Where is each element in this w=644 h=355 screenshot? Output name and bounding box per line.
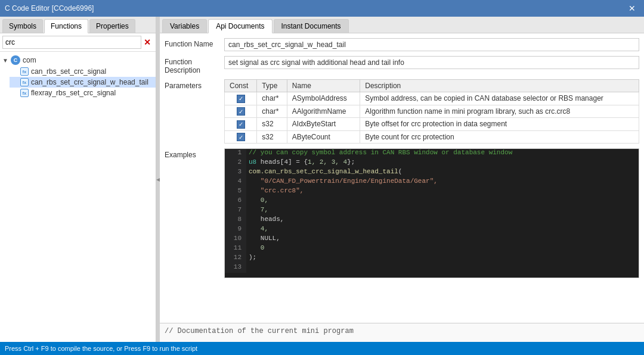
function-name-value: can_rbs_set_crc_signal_w_head_tail	[224, 38, 639, 51]
function-desc-value: set signal as crc signal with additional…	[224, 56, 639, 69]
table-row: ✓s32AIdxByteStartByte offset for crc pro…	[225, 118, 639, 131]
list-item: 13	[225, 263, 639, 273]
com-label: com	[23, 56, 36, 64]
right-panel: Variables Api Documents Instant Document…	[160, 17, 644, 342]
func-icon-1: fx	[20, 78, 29, 86]
tree-container: ▼ C com fx can_rbs_set_crc_signal fx can…	[0, 52, 156, 342]
param-type-3: s32	[257, 130, 287, 144]
doc-area: // Documentation of the current mini pro…	[160, 323, 644, 342]
table-row: ✓char*ASymbolAddressSymbol address, can …	[225, 92, 639, 105]
param-checked-0[interactable]: ✓	[225, 92, 257, 105]
expand-icon: ▼	[2, 57, 11, 64]
right-tabs: Variables Api Documents Instant Document…	[160, 17, 644, 33]
list-item: 5 "crc.crc8",	[225, 187, 639, 197]
function-name-row: Function Name can_rbs_set_crc_signal_w_h…	[165, 38, 639, 51]
search-input[interactable]	[2, 36, 141, 49]
func-label-0: can_rbs_set_crc_signal	[31, 67, 106, 76]
param-name-1: AAlgorithmName	[287, 105, 360, 118]
search-clear-button[interactable]: ✕	[141, 38, 153, 47]
param-type-0: char*	[257, 92, 287, 105]
col-description: Description	[360, 80, 639, 92]
com-icon: C	[11, 55, 20, 65]
doc-text: // Documentation of the current mini pro…	[165, 327, 354, 335]
list-item: 9 4,	[225, 225, 639, 235]
param-type-1: char*	[257, 105, 287, 118]
examples-label: Examples	[165, 148, 224, 159]
parameters-section: Parameters Const Type Name Description ✓…	[165, 79, 639, 144]
col-const: Const	[225, 80, 257, 92]
func-icon-0: fx	[20, 67, 29, 76]
function-name-label: Function Name	[165, 38, 224, 48]
list-item: 10 NULL,	[225, 235, 639, 244]
param-desc-0: Symbol address, can be copied in CAN dat…	[360, 92, 639, 105]
param-checked-1[interactable]: ✓	[225, 105, 257, 118]
title-bar: C Code Editor [CCode6996] ✕	[0, 0, 644, 17]
list-item: 7 7,	[225, 206, 639, 216]
list-item: 6 0,	[225, 197, 639, 206]
function-desc-label: FunctionDescription	[165, 56, 224, 74]
table-row: ✓s32AByteCountByte count for crc protect…	[225, 130, 639, 144]
param-name-2: AIdxByteStart	[287, 118, 360, 131]
param-desc-3: Byte count for crc protection	[360, 130, 639, 144]
tab-functions[interactable]: Functions	[44, 19, 88, 33]
tree-item-0[interactable]: fx can_rbs_set_crc_signal	[10, 66, 156, 77]
tree-item-2[interactable]: fx flexray_rbs_set_crc_signal	[10, 88, 156, 98]
list-item: 2u8 heads[4] = {1, 2, 3, 4};	[225, 158, 639, 168]
list-item: 4 "0/CAN_FD_Powertrain/Engine/EngineData…	[225, 178, 639, 187]
function-desc-row: FunctionDescription set signal as crc si…	[165, 56, 639, 74]
tab-api-documents[interactable]: Api Documents	[208, 19, 272, 33]
param-desc-1: Algorithm function name in mini program …	[360, 105, 639, 118]
list-item: 1// you can copy symbol address in CAN R…	[225, 149, 639, 158]
param-type-2: s32	[257, 118, 287, 131]
col-type: Type	[257, 80, 287, 92]
content-area: Function Name can_rbs_set_crc_signal_w_h…	[160, 33, 644, 323]
param-checked-2[interactable]: ✓	[225, 118, 257, 131]
tab-variables[interactable]: Variables	[162, 19, 207, 33]
tree-children: fx can_rbs_set_crc_signal fx can_rbs_set…	[0, 66, 156, 98]
param-name-0: ASymbolAddress	[287, 92, 360, 105]
status-bar: Press Ctrl + F9 to compile the source, o…	[0, 342, 644, 355]
param-desc-2: Byte offset for crc protection in data s…	[360, 118, 639, 131]
list-item: 3com.can_rbs_set_crc_signal_w_head_tail(	[225, 168, 639, 178]
func-label-1: can_rbs_set_crc_signal_w_head_tail	[31, 78, 148, 86]
table-row: ✓char*AAlgorithmNameAlgorithm function n…	[225, 105, 639, 118]
close-button[interactable]: ✕	[625, 2, 639, 14]
param-checked-3[interactable]: ✓	[225, 130, 257, 144]
tree-node-com[interactable]: ▼ C com	[0, 54, 156, 66]
func-label-2: flexray_rbs_set_crc_signal	[31, 89, 116, 97]
tab-symbols[interactable]: Symbols	[2, 19, 43, 33]
tree-item-1[interactable]: fx can_rbs_set_crc_signal_w_head_tail	[10, 77, 156, 88]
list-item: 8 heads,	[225, 216, 639, 225]
tab-properties[interactable]: Properties	[89, 19, 135, 33]
parameters-table: Const Type Name Description ✓char*ASymbo…	[224, 79, 639, 144]
status-text: Press Ctrl + F9 to compile the source, o…	[5, 345, 197, 352]
left-panel: Symbols Functions Properties ✕ ▼ C com f…	[0, 17, 156, 342]
list-item: 12);	[225, 254, 639, 263]
examples-section: Examples 1// you can copy symbol address…	[165, 148, 639, 278]
func-icon-2: fx	[20, 89, 29, 97]
list-item: 11 0	[225, 244, 639, 254]
window-title: C Code Editor [CCode6996]	[5, 4, 94, 13]
param-name-3: AByteCount	[287, 130, 360, 144]
col-name: Name	[287, 80, 360, 92]
search-box: ✕	[0, 33, 156, 52]
parameters-label: Parameters	[165, 79, 224, 90]
code-editor[interactable]: 1// you can copy symbol address in CAN R…	[224, 148, 639, 278]
tab-instant-documents[interactable]: Instant Documents	[274, 19, 349, 33]
main-container: Symbols Functions Properties ✕ ▼ C com f…	[0, 17, 644, 342]
left-tabs: Symbols Functions Properties	[0, 17, 156, 33]
